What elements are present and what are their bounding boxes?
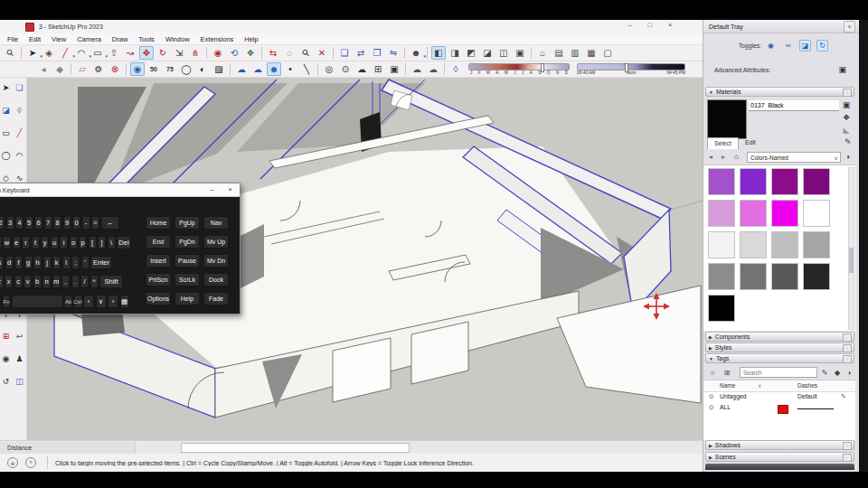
dash-style-line[interactable] (797, 408, 834, 409)
zoom-extents-icon[interactable]: ⊞ (0, 330, 13, 343)
color-swatch-5[interactable] (740, 200, 767, 227)
color-swatch-0[interactable] (708, 168, 735, 195)
details-arrow-icon[interactable]: ◗ (846, 153, 851, 161)
dash-style-value[interactable]: Default (797, 393, 817, 399)
orbit-tool-icon[interactable]: ⟲ (227, 46, 241, 60)
key-3[interactable]: 3 (6, 216, 14, 230)
swap-component-icon[interactable]: ⇄ (354, 46, 368, 60)
key-\[interactable]: \ (108, 236, 116, 249)
key-,[interactable]: , (61, 275, 70, 288)
palette-scrollbar[interactable] (848, 167, 854, 330)
key-m[interactable]: m (52, 275, 61, 288)
key-options[interactable]: Options (146, 292, 171, 305)
settings-gear-icon[interactable]: ⚙ (91, 62, 106, 76)
color-swatch-13[interactable] (740, 263, 767, 290)
key-e[interactable]: e (13, 236, 21, 249)
color-swatch-3[interactable] (803, 168, 830, 195)
key-prtscn[interactable]: PrtScn (146, 273, 171, 286)
key-r[interactable]: r (22, 236, 30, 249)
collection-dropdown[interactable]: Colors-Named ∨ (747, 152, 841, 163)
tag-name[interactable]: Untagged (720, 393, 746, 399)
key-help[interactable]: Help (175, 292, 200, 305)
key-=[interactable]: = (91, 216, 99, 230)
view-iso-icon[interactable]: ◧ (431, 46, 446, 60)
key-Ctrl[interactable]: Ctrl (74, 295, 82, 308)
pin-icon[interactable]: ▫ (843, 454, 852, 462)
position-camera-icon[interactable]: ◉ (211, 46, 225, 60)
pin-icon[interactable]: ▫ (843, 333, 852, 342)
lasso-tool-icon[interactable]: ◌ (282, 46, 297, 60)
key-/[interactable]: / (80, 275, 89, 288)
push-pull-tool-icon[interactable]: ⇧ (107, 46, 121, 60)
menu-item-help[interactable]: Help (239, 35, 263, 43)
key-∨[interactable]: ∨ (96, 295, 107, 308)
style-textured-icon[interactable]: ▨ (212, 62, 226, 76)
eye-toggle-icon[interactable]: ◉ (765, 40, 777, 52)
tags-column-header[interactable]: Name ∨ Dashes (703, 380, 855, 392)
follow-me-tool-icon[interactable]: ↝ (123, 46, 137, 60)
menu-item-file[interactable]: File (2, 35, 24, 43)
section-header-materials[interactable]: ▼ Materials ▫ (705, 87, 854, 97)
reload-component-icon[interactable]: ⇋ (386, 46, 401, 60)
tag-color-swatch[interactable] (778, 405, 788, 414)
key-←[interactable]: ← (101, 216, 119, 230)
key-Shift[interactable]: Shift (99, 275, 123, 288)
move-tool-icon[interactable]: ✥ (139, 46, 154, 60)
key-space[interactable] (12, 295, 63, 308)
shadow-cloud-1-icon[interactable]: ☁ (410, 62, 424, 76)
view-right-icon[interactable]: ◪ (480, 46, 495, 60)
tag-icon[interactable]: ◆ (832, 367, 843, 378)
advanced-attributes-icon[interactable]: ▣ (838, 65, 846, 74)
edit-pencil-icon[interactable]: ✎ (841, 393, 846, 400)
maximize-button[interactable]: □ (645, 21, 656, 29)
plan-view-5-icon[interactable]: ▢ (600, 46, 615, 60)
key-u[interactable]: u (51, 236, 59, 249)
key-insert[interactable]: Insert (146, 254, 171, 267)
sort-chevron-icon[interactable]: ∨ (758, 382, 761, 389)
key-][interactable]: ] (98, 236, 106, 249)
key-4[interactable]: 4 (15, 216, 24, 230)
color-swatch-8[interactable] (708, 231, 735, 258)
key-k[interactable]: k (52, 256, 61, 269)
previous-view-icon[interactable]: ↩ (14, 330, 26, 343)
key-f[interactable]: f (14, 256, 23, 269)
shadow-toggle-icon[interactable]: ◊ (448, 62, 463, 76)
key-nav[interactable]: Nav (203, 216, 229, 230)
credits-icon[interactable]: ? (25, 457, 36, 468)
view-top-icon[interactable]: ◨ (448, 46, 462, 60)
cloud-upload-icon[interactable]: ☁ (250, 62, 265, 76)
tab-select[interactable]: Select (707, 137, 739, 149)
key-n[interactable]: n (42, 275, 51, 288)
component-browser-icon[interactable]: ❏ (337, 46, 352, 60)
create-material-icon[interactable]: ❖ (841, 112, 852, 123)
menu-item-view[interactable]: View (46, 35, 71, 43)
keyboard-title-bar[interactable]: On-Screen Keyboard – × (0, 183, 240, 197)
look-around-icon[interactable]: ↺ (0, 375, 13, 388)
section-header-scenes[interactable]: ▶ Scenes ▫ (705, 452, 854, 462)
endpoint-icon[interactable]: • (283, 62, 297, 76)
color-swatch-1[interactable] (740, 168, 767, 195)
section-header-styles[interactable]: ▶ Styles ▫ (705, 343, 854, 352)
keyboard-minimize-button[interactable]: – (210, 185, 213, 193)
section-header-components[interactable]: ▶ Components ▫ (705, 332, 854, 342)
tag-details-icon[interactable]: ◗ (844, 367, 855, 378)
style-set-3-icon[interactable]: ☁ (354, 62, 369, 76)
zoom-extents-icon[interactable]: ✕ (315, 46, 329, 60)
pin-icon[interactable]: ▫ (843, 89, 852, 97)
key-fade[interactable]: Fade (203, 292, 229, 305)
menu-item-edit[interactable]: Edit (24, 35, 46, 43)
style-wireframe-icon[interactable]: ◯ (179, 62, 193, 76)
keyboard-close-button[interactable]: × (228, 185, 232, 193)
key-6[interactable]: 6 (34, 216, 42, 230)
key-'[interactable]: ' (81, 256, 90, 269)
key-h[interactable]: h (33, 256, 42, 269)
open-folder-icon[interactable]: ▱ (75, 62, 90, 76)
geolocation-icon[interactable]: ⊕ (7, 457, 18, 468)
color-swatch-10[interactable] (771, 231, 798, 258)
key-pause[interactable]: Pause (175, 254, 200, 267)
shadow-cloud-2-icon[interactable]: ☁ (426, 62, 440, 76)
pin-icon[interactable]: ▫ (843, 344, 852, 352)
rectangle-tool-icon[interactable]: ▭ (0, 127, 13, 139)
color-swatch-9[interactable] (740, 231, 767, 258)
key-▦[interactable]: ▦ (120, 295, 129, 308)
